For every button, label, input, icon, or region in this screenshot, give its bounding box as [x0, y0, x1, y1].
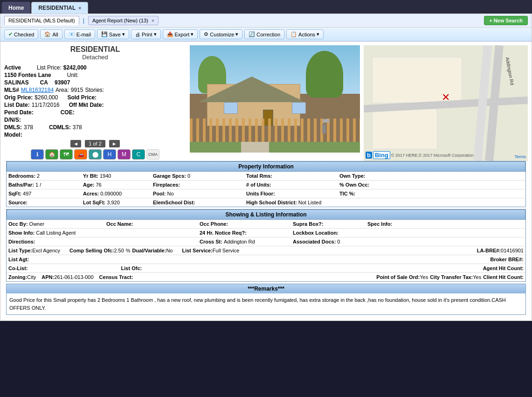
- tic-label: TIC %:: [339, 191, 355, 196]
- occ-phone-label: Occ Phone:: [200, 221, 228, 227]
- property-detail-row-1: Bedrooms: 2 Yr Blt: 1940 Garage Spcs: 0 …: [7, 172, 525, 181]
- m-icon-btn[interactable]: M: [117, 149, 131, 160]
- tab-separator: |: [83, 17, 84, 24]
- cross-st-value: Addington Rd: [224, 239, 255, 244]
- co-list-value: [28, 265, 121, 271]
- home-tab-label: Home: [8, 5, 24, 11]
- residential-tab[interactable]: RESIDENTIAL ×: [31, 2, 88, 14]
- prev-image-button[interactable]: ◄: [70, 140, 81, 147]
- age-value: 76: [96, 182, 101, 188]
- agent-report-close[interactable]: ×: [152, 18, 154, 23]
- pos-value: Yes: [420, 274, 428, 280]
- own-occ-label: % Own Occ:: [339, 182, 369, 188]
- agent-report-tab[interactable]: Agent Report (New) (13) ×: [88, 16, 159, 25]
- coe-label: COE:: [61, 109, 75, 116]
- property-subtype: Detached: [4, 54, 186, 61]
- color1-icon-btn[interactable]: ⬤: [89, 149, 102, 160]
- list-date-label: List Date:: [4, 102, 30, 108]
- list-price: $242,000: [63, 64, 87, 71]
- baths-par: /: [40, 182, 41, 188]
- own-type-label: Own Type:: [339, 173, 365, 179]
- export-icon: 📤: [167, 31, 173, 37]
- bedrooms-label: Bedrooms:: [8, 173, 35, 179]
- actions-button[interactable]: 📋 Actions ▾: [286, 29, 324, 39]
- census-label: Census Tract:: [99, 274, 133, 280]
- high-school-value: Not Listed: [298, 200, 322, 205]
- agent-hit-label: Agent Hit Count:: [483, 265, 524, 271]
- export-button[interactable]: 📤 Export ▾: [163, 29, 198, 39]
- list-price-label: List Price:: [37, 64, 62, 71]
- map-icon-btn[interactable]: 🗺: [60, 149, 73, 160]
- comp-value: 2.50: [114, 248, 124, 253]
- bing-terms-link[interactable]: Terms: [515, 154, 526, 159]
- actions-icon: 📋: [290, 31, 297, 37]
- bing-logo: b Bing © 2017 HERE,© 2017 Microsoft Corp…: [366, 151, 474, 159]
- dual-value: No: [166, 248, 173, 253]
- actions-dropdown-icon: ▾: [317, 31, 319, 37]
- list-ofc-label: List Ofc:: [121, 265, 142, 271]
- icon-buttons: ℹ 🏠 🗺 🚗 ⬤ H M C CMA: [4, 149, 186, 160]
- broker-bre-label: Broker BRE#:: [490, 257, 524, 262]
- map-area: Addington Rd ✕ b Bing © 2017 HERE,© 2017…: [364, 45, 528, 161]
- home-icon-btn[interactable]: 🏠: [45, 149, 58, 160]
- units-floor-label: Units Floor:: [246, 191, 275, 196]
- elem-school-label: ElemSchool Dist:: [153, 200, 195, 205]
- listing-row-3: Co-List: List Ofc: Agent Hit Count:: [7, 264, 525, 273]
- mls-number[interactable]: ML81632184: [21, 87, 54, 93]
- showing-row-3: Directions: Cross St: Addington Rd Assoc…: [7, 237, 525, 246]
- area-label: Area:: [55, 87, 69, 93]
- supra-label: Supra Box?:: [293, 221, 323, 227]
- info-icon-btn[interactable]: ℹ: [31, 149, 44, 160]
- residential-tab-close[interactable]: ×: [78, 6, 81, 11]
- print-icon: 🖨: [135, 32, 140, 37]
- new-search-button[interactable]: + New Search: [484, 16, 528, 25]
- spec-info-label: Spec Info:: [367, 221, 392, 227]
- property-image: [190, 45, 360, 153]
- email-button[interactable]: 📧 E-mail: [64, 29, 95, 39]
- correction-icon: 🔄: [249, 31, 255, 37]
- residential-tab-label: RESIDENTIAL: [38, 5, 76, 11]
- h-icon-btn[interactable]: H: [103, 149, 116, 160]
- pos-label: Point of Sale Ord:: [376, 274, 420, 280]
- show-info-label: Show Info:: [8, 230, 35, 236]
- home-tab[interactable]: Home: [2, 2, 30, 14]
- acres-label: Acres:: [83, 191, 99, 196]
- print-button[interactable]: 🖨 Print ▾: [131, 29, 161, 39]
- toolbar: ✔ Checked 🏠 All 📧 E-mail 💾 Save ▾ 🖨 Prin…: [0, 28, 532, 42]
- checked-button[interactable]: ✔ Checked: [4, 29, 38, 39]
- directions-label: Directions:: [8, 239, 35, 244]
- sub-tab-bar: RESIDENTIAL (MLS Default) | Agent Report…: [0, 14, 532, 28]
- correction-button[interactable]: 🔄 Correction: [244, 29, 284, 39]
- property-area: RESIDENTIAL Detached Active List Price: …: [0, 42, 532, 320]
- list-ofc-value: [142, 265, 483, 271]
- next-image-button[interactable]: ►: [109, 140, 120, 147]
- showing-header: Showing & Listing Information: [7, 209, 525, 220]
- remarks-header: ***Remarks***: [7, 284, 525, 293]
- remarks-section: ***Remarks*** Good Price for this Small …: [6, 284, 526, 315]
- lockbox-label: Lockbox Location:: [293, 230, 339, 236]
- customize-button[interactable]: ⚙ Customize ▾: [200, 29, 242, 39]
- property-info-left: RESIDENTIAL Detached Active List Price: …: [4, 45, 186, 161]
- list-type-label: List Type:: [8, 248, 32, 253]
- listing-row-4: Zoning: City APN: 261-061-013-000 Census…: [7, 273, 525, 281]
- list-type-value: Excl Agency: [32, 248, 60, 253]
- dmls-label: DMLS:: [4, 124, 22, 131]
- notice-label: 24 Hr. Notice Req?:: [200, 230, 247, 236]
- list-service-label: List Service:: [182, 248, 212, 253]
- save-button[interactable]: 💾 Save ▾: [97, 29, 129, 39]
- yr-blt-label: Yr Blt:: [83, 173, 98, 179]
- property-detail-row-2: Baths/Par: 1 / Age: 76 Fireplaces: # of …: [7, 181, 525, 189]
- age-label: Age:: [83, 182, 94, 188]
- unit-label: Unit:: [67, 72, 79, 78]
- occ-by-value: Owner: [29, 221, 44, 227]
- drive-icon-btn[interactable]: 🚗: [74, 149, 87, 160]
- cma-icon-btn[interactable]: CMA: [146, 149, 159, 160]
- customize-icon: ⚙: [204, 31, 208, 37]
- all-button[interactable]: 🏠 All: [40, 29, 62, 39]
- c-icon-btn[interactable]: C: [132, 149, 145, 160]
- save-icon: 💾: [101, 31, 108, 37]
- city: SALINAS: [4, 79, 29, 86]
- mls-default-tab[interactable]: RESIDENTIAL (MLS Default): [4, 16, 79, 25]
- orig-price-label: Orig Price:: [4, 94, 33, 101]
- co-list-label: Co-List:: [8, 265, 28, 271]
